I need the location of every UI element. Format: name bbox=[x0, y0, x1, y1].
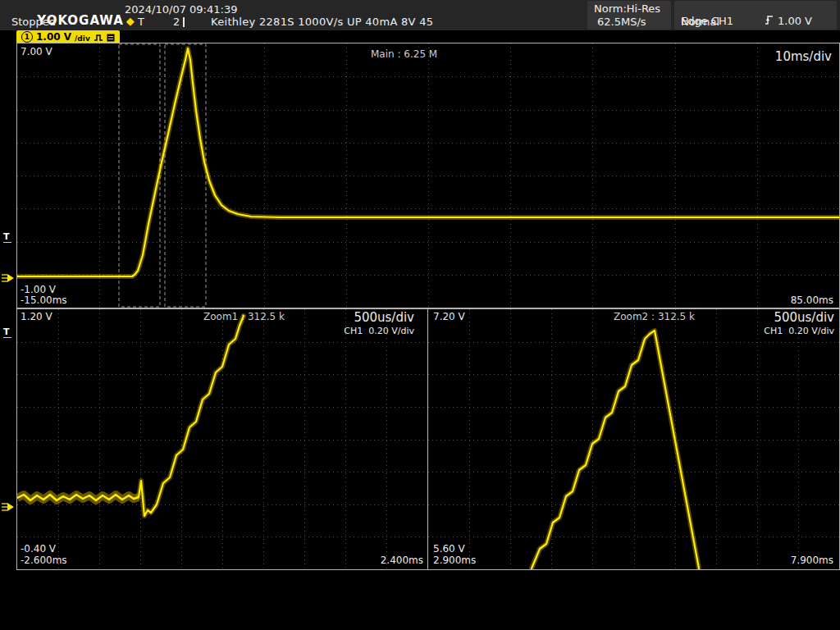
sample-rate: 62.5MS/s bbox=[597, 16, 646, 28]
channel1-badge[interactable]: 1 1.00 V /div bbox=[16, 30, 120, 43]
zoom2-time-left: 2.900ms bbox=[433, 555, 476, 566]
zoom2-window bbox=[427, 308, 840, 570]
main-time-left: -15.00ms bbox=[21, 295, 67, 306]
datetime: 2024/10/07 09:41:39 bbox=[125, 4, 237, 16]
main-record-length: Main : 6.25 M bbox=[371, 49, 437, 60]
oscilloscope-screen: YOKOGAWA◆ 2024/10/07 09:41:39 Norm:Hi-Re… bbox=[0, 0, 840, 630]
trigger-mode: Normal bbox=[681, 16, 719, 28]
zoom1-time-right: 2.400ms bbox=[381, 555, 423, 566]
top-bar: YOKOGAWA◆ 2024/10/07 09:41:39 Norm:Hi-Re… bbox=[0, 0, 840, 30]
zoom1-channel-scale: CH1 0.20 V/div bbox=[344, 326, 414, 336]
zoom2-plot bbox=[428, 309, 839, 569]
position-cursor-bar bbox=[183, 17, 185, 27]
zoom1-timebase: 500us/div bbox=[354, 311, 414, 324]
edge-trigger-icon bbox=[737, 3, 774, 39]
main-voltage-top: 7.00 V bbox=[21, 47, 52, 57]
zoom2-record-length: Zoom2 : 312.5 k bbox=[614, 312, 695, 322]
zoom2-trace bbox=[532, 331, 699, 568]
zoom1-voltage-bottom: -0.40 V bbox=[21, 544, 56, 555]
zoom-position-marker: 2 bbox=[173, 16, 180, 28]
zoom2-timebase: 500us/div bbox=[774, 311, 834, 324]
zoom1-window bbox=[16, 308, 428, 570]
trigger-level: 1.00 V bbox=[778, 16, 812, 27]
main-waveform-window bbox=[16, 43, 840, 308]
zoom-ch1-ground-marker bbox=[2, 500, 15, 509]
zoom1-voltage-top: 1.20 V bbox=[21, 312, 52, 322]
zoom1-trace bbox=[139, 316, 244, 516]
main-timebase: 10ms/div bbox=[775, 50, 832, 63]
main-waveform-plot bbox=[17, 43, 839, 308]
zoom2-trace-glow bbox=[532, 331, 699, 568]
zoom2-voltage-top: 7.20 V bbox=[433, 312, 465, 322]
zoom1-plot bbox=[17, 309, 427, 569]
channel-number: 1 bbox=[21, 31, 33, 43]
channel-scale: 1.00 V bbox=[36, 31, 71, 43]
main-time-right: 85.00ms bbox=[791, 295, 833, 306]
brand-diamond-icon: ◆ bbox=[126, 15, 135, 27]
zoom2-voltage-bottom: 5.60 V bbox=[433, 544, 465, 555]
main-trigger-level-marker: T bbox=[3, 232, 11, 243]
trigger-position-marker: T bbox=[138, 16, 144, 28]
acquisition-status: Stopped bbox=[11, 16, 56, 28]
zoom2-time-right: 7.900ms bbox=[791, 555, 833, 566]
zoom-trigger-level-marker: T bbox=[3, 327, 11, 338]
device-note: Keithley 2281S 1000V/s UP 40mA 8V 45 bbox=[211, 16, 433, 28]
zoom2-channel-scale: CH1 0.20 V/div bbox=[764, 326, 834, 336]
main-ch1-ground-marker bbox=[2, 271, 15, 281]
acquisition-mode: Norm:Hi-Res bbox=[594, 3, 660, 15]
zoom1-time-left: -2.600ms bbox=[21, 555, 67, 566]
zoom1-record-length: Zoom1 : 312.5 k bbox=[203, 312, 285, 322]
